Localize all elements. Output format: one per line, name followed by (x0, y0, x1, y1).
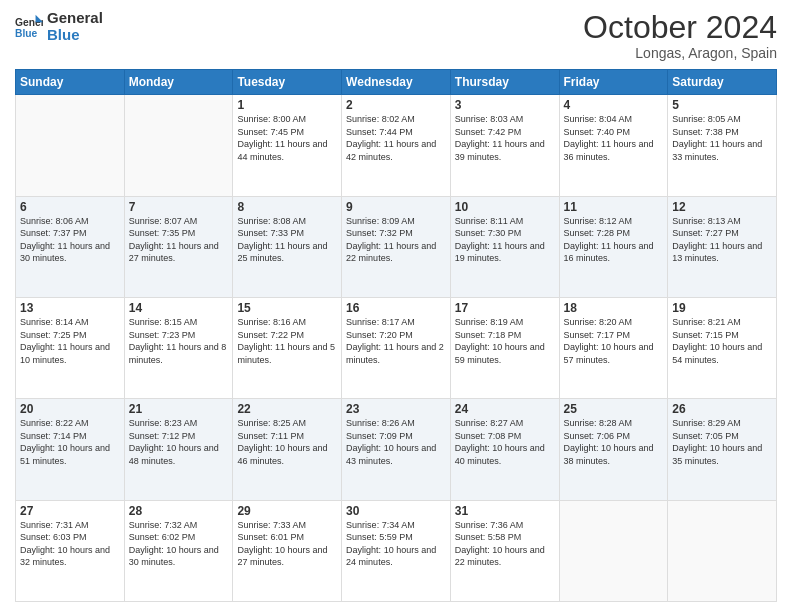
sunrise-text: Sunrise: 8:12 AM (564, 215, 664, 228)
day-info: Sunrise: 8:11 AMSunset: 7:30 PMDaylight:… (455, 215, 555, 265)
sunset-text: Sunset: 7:05 PM (672, 430, 772, 443)
month-title: October 2024 (583, 10, 777, 45)
sunrise-text: Sunrise: 8:04 AM (564, 113, 664, 126)
sunrise-text: Sunrise: 7:34 AM (346, 519, 446, 532)
daylight-text: Daylight: 10 hours and 54 minutes. (672, 341, 772, 366)
sunrise-text: Sunrise: 8:02 AM (346, 113, 446, 126)
day-info: Sunrise: 8:00 AMSunset: 7:45 PMDaylight:… (237, 113, 337, 163)
day-info: Sunrise: 8:28 AMSunset: 7:06 PMDaylight:… (564, 417, 664, 467)
sunrise-text: Sunrise: 8:26 AM (346, 417, 446, 430)
page: General Blue General Blue October 2024 L… (0, 0, 792, 612)
sunrise-text: Sunrise: 7:31 AM (20, 519, 120, 532)
day-info: Sunrise: 7:36 AMSunset: 5:58 PMDaylight:… (455, 519, 555, 569)
daylight-text: Daylight: 11 hours and 27 minutes. (129, 240, 229, 265)
daylight-text: Daylight: 11 hours and 19 minutes. (455, 240, 555, 265)
calendar-cell: 28Sunrise: 7:32 AMSunset: 6:02 PMDayligh… (124, 500, 233, 601)
sunset-text: Sunset: 7:38 PM (672, 126, 772, 139)
logo-general-text: General (47, 10, 103, 27)
day-number: 30 (346, 504, 446, 518)
sunset-text: Sunset: 7:20 PM (346, 329, 446, 342)
day-info: Sunrise: 7:33 AMSunset: 6:01 PMDaylight:… (237, 519, 337, 569)
column-header-tuesday: Tuesday (233, 70, 342, 95)
day-number: 2 (346, 98, 446, 112)
day-info: Sunrise: 8:27 AMSunset: 7:08 PMDaylight:… (455, 417, 555, 467)
calendar-table: SundayMondayTuesdayWednesdayThursdayFrid… (15, 69, 777, 602)
day-number: 29 (237, 504, 337, 518)
day-info: Sunrise: 7:31 AMSunset: 6:03 PMDaylight:… (20, 519, 120, 569)
calendar-week-1: 1Sunrise: 8:00 AMSunset: 7:45 PMDaylight… (16, 95, 777, 196)
day-number: 24 (455, 402, 555, 416)
calendar-cell: 12Sunrise: 8:13 AMSunset: 7:27 PMDayligh… (668, 196, 777, 297)
day-number: 26 (672, 402, 772, 416)
calendar-cell: 11Sunrise: 8:12 AMSunset: 7:28 PMDayligh… (559, 196, 668, 297)
calendar-cell (16, 95, 125, 196)
column-header-monday: Monday (124, 70, 233, 95)
calendar-cell: 9Sunrise: 8:09 AMSunset: 7:32 PMDaylight… (342, 196, 451, 297)
day-number: 12 (672, 200, 772, 214)
day-number: 17 (455, 301, 555, 315)
location-title: Longas, Aragon, Spain (583, 45, 777, 61)
calendar-cell: 13Sunrise: 8:14 AMSunset: 7:25 PMDayligh… (16, 297, 125, 398)
daylight-text: Daylight: 11 hours and 22 minutes. (346, 240, 446, 265)
sunset-text: Sunset: 7:12 PM (129, 430, 229, 443)
sunrise-text: Sunrise: 8:21 AM (672, 316, 772, 329)
day-info: Sunrise: 8:05 AMSunset: 7:38 PMDaylight:… (672, 113, 772, 163)
day-number: 11 (564, 200, 664, 214)
sunset-text: Sunset: 7:45 PM (237, 126, 337, 139)
day-number: 6 (20, 200, 120, 214)
sunrise-text: Sunrise: 8:03 AM (455, 113, 555, 126)
day-info: Sunrise: 8:04 AMSunset: 7:40 PMDaylight:… (564, 113, 664, 163)
daylight-text: Daylight: 11 hours and 25 minutes. (237, 240, 337, 265)
sunset-text: Sunset: 7:27 PM (672, 227, 772, 240)
calendar-cell: 4Sunrise: 8:04 AMSunset: 7:40 PMDaylight… (559, 95, 668, 196)
calendar-cell: 25Sunrise: 8:28 AMSunset: 7:06 PMDayligh… (559, 399, 668, 500)
day-number: 19 (672, 301, 772, 315)
day-number: 3 (455, 98, 555, 112)
calendar-cell: 21Sunrise: 8:23 AMSunset: 7:12 PMDayligh… (124, 399, 233, 500)
title-section: October 2024 Longas, Aragon, Spain (583, 10, 777, 61)
sunrise-text: Sunrise: 8:07 AM (129, 215, 229, 228)
day-info: Sunrise: 8:21 AMSunset: 7:15 PMDaylight:… (672, 316, 772, 366)
day-number: 1 (237, 98, 337, 112)
sunset-text: Sunset: 7:14 PM (20, 430, 120, 443)
calendar-week-4: 20Sunrise: 8:22 AMSunset: 7:14 PMDayligh… (16, 399, 777, 500)
column-header-wednesday: Wednesday (342, 70, 451, 95)
calendar-cell: 23Sunrise: 8:26 AMSunset: 7:09 PMDayligh… (342, 399, 451, 500)
calendar-cell: 6Sunrise: 8:06 AMSunset: 7:37 PMDaylight… (16, 196, 125, 297)
daylight-text: Daylight: 10 hours and 43 minutes. (346, 442, 446, 467)
sunrise-text: Sunrise: 8:29 AM (672, 417, 772, 430)
day-number: 22 (237, 402, 337, 416)
sunset-text: Sunset: 7:44 PM (346, 126, 446, 139)
sunset-text: Sunset: 7:23 PM (129, 329, 229, 342)
calendar-cell: 30Sunrise: 7:34 AMSunset: 5:59 PMDayligh… (342, 500, 451, 601)
day-number: 15 (237, 301, 337, 315)
day-number: 9 (346, 200, 446, 214)
daylight-text: Daylight: 10 hours and 46 minutes. (237, 442, 337, 467)
calendar-cell: 3Sunrise: 8:03 AMSunset: 7:42 PMDaylight… (450, 95, 559, 196)
daylight-text: Daylight: 10 hours and 22 minutes. (455, 544, 555, 569)
calendar-cell: 19Sunrise: 8:21 AMSunset: 7:15 PMDayligh… (668, 297, 777, 398)
calendar-cell: 7Sunrise: 8:07 AMSunset: 7:35 PMDaylight… (124, 196, 233, 297)
sunrise-text: Sunrise: 8:13 AM (672, 215, 772, 228)
sunset-text: Sunset: 5:58 PM (455, 531, 555, 544)
calendar-cell: 8Sunrise: 8:08 AMSunset: 7:33 PMDaylight… (233, 196, 342, 297)
sunset-text: Sunset: 7:22 PM (237, 329, 337, 342)
sunset-text: Sunset: 7:09 PM (346, 430, 446, 443)
sunset-text: Sunset: 6:03 PM (20, 531, 120, 544)
sunset-text: Sunset: 7:11 PM (237, 430, 337, 443)
day-info: Sunrise: 7:34 AMSunset: 5:59 PMDaylight:… (346, 519, 446, 569)
sunrise-text: Sunrise: 8:17 AM (346, 316, 446, 329)
calendar-cell: 16Sunrise: 8:17 AMSunset: 7:20 PMDayligh… (342, 297, 451, 398)
day-number: 25 (564, 402, 664, 416)
daylight-text: Daylight: 11 hours and 36 minutes. (564, 138, 664, 163)
logo: General Blue General Blue (15, 10, 103, 43)
sunrise-text: Sunrise: 8:27 AM (455, 417, 555, 430)
calendar-cell (668, 500, 777, 601)
sunrise-text: Sunrise: 8:15 AM (129, 316, 229, 329)
calendar-cell: 5Sunrise: 8:05 AMSunset: 7:38 PMDaylight… (668, 95, 777, 196)
calendar-cell: 14Sunrise: 8:15 AMSunset: 7:23 PMDayligh… (124, 297, 233, 398)
day-number: 7 (129, 200, 229, 214)
sunset-text: Sunset: 7:06 PM (564, 430, 664, 443)
day-info: Sunrise: 8:15 AMSunset: 7:23 PMDaylight:… (129, 316, 229, 366)
calendar-cell: 31Sunrise: 7:36 AMSunset: 5:58 PMDayligh… (450, 500, 559, 601)
